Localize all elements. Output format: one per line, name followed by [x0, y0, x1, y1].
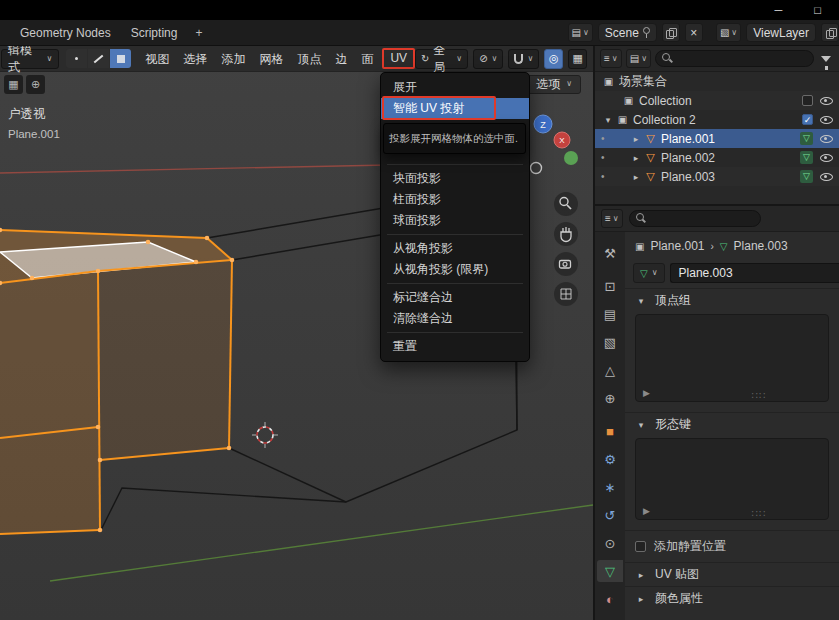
- menu-item-clear-seam[interactable]: 清除缝合边: [381, 308, 529, 329]
- outliner-row-plane-001[interactable]: • ▸ ▽ Plane.001 ▽: [595, 129, 839, 148]
- add-workspace-button[interactable]: +: [187, 24, 210, 42]
- proportional-edit-button[interactable]: ◎: [544, 49, 563, 69]
- edge-select-button[interactable]: [88, 49, 109, 68]
- filter-icon[interactable]: [821, 56, 831, 62]
- disclosure-open-icon[interactable]: ▾: [601, 115, 615, 125]
- tab-tool[interactable]: ⚒: [597, 242, 623, 264]
- editor-type-button[interactable]: ≡ ∨: [600, 49, 622, 68]
- menu-view[interactable]: 视图: [138, 47, 176, 71]
- gizmo-minus-axis[interactable]: [531, 163, 542, 174]
- vertex-select-button[interactable]: [66, 49, 87, 68]
- tab-world[interactable]: ⊕: [597, 387, 623, 409]
- tab-view-layer[interactable]: ▧: [597, 331, 623, 353]
- viewport-3d[interactable]: Z X: [0, 46, 593, 620]
- resize-grip[interactable]: ∷∷: [751, 390, 766, 401]
- outliner-row-plane-002[interactable]: • ▸ ▽ Plane.002 ▽: [595, 148, 839, 167]
- resize-grip[interactable]: ∷∷: [751, 508, 766, 519]
- ortho-toggle-button[interactable]: [554, 282, 578, 306]
- viewlayer-browse-button[interactable]: ▧ ∨: [716, 23, 741, 42]
- visibility-eye-icon[interactable]: [820, 133, 833, 145]
- face-select-button[interactable]: [110, 49, 131, 68]
- workspace-tab-geometry-nodes[interactable]: Geometry Nodes: [10, 22, 121, 44]
- cursor-tool-button[interactable]: ⊕: [26, 75, 45, 94]
- visibility-eye-icon[interactable]: [820, 95, 833, 107]
- menu-item-project-from-view[interactable]: 从视角投影: [381, 238, 529, 259]
- mesh-data-icon[interactable]: ▽: [800, 170, 813, 183]
- overlays-button[interactable]: ▦: [568, 49, 587, 69]
- search-input[interactable]: [677, 53, 807, 65]
- visibility-eye-icon[interactable]: [820, 152, 833, 164]
- shape-keys-panel-header[interactable]: ▾ 形态键: [625, 412, 839, 436]
- scene-copy-button[interactable]: [662, 23, 680, 42]
- menu-add[interactable]: 添加: [214, 47, 252, 71]
- minimize-icon[interactable]: ─: [775, 4, 783, 16]
- camera-view-button[interactable]: [554, 252, 578, 276]
- uv-maps-panel-header[interactable]: ▸ UV 贴图: [625, 562, 839, 586]
- options-button[interactable]: 选项 ∨: [527, 75, 581, 94]
- disclosure-closed-icon[interactable]: ▸: [629, 153, 643, 163]
- menu-item-cylinder-projection[interactable]: 柱面投影: [381, 189, 529, 210]
- axis-gizmo[interactable]: Z X: [531, 115, 579, 174]
- menu-item-unwrap[interactable]: 展开: [381, 77, 529, 98]
- tab-constraints[interactable]: ⊙: [597, 532, 623, 554]
- data-type-button[interactable]: ▽ ∨: [633, 263, 665, 283]
- menu-item-mark-seam[interactable]: 标记缝合边: [381, 287, 529, 308]
- color-attributes-panel-header[interactable]: ▸ 颜色属性: [625, 586, 839, 610]
- disclosure-closed-icon[interactable]: ▸: [629, 172, 643, 182]
- gizmo-y-axis[interactable]: [564, 151, 578, 165]
- menu-item-reset[interactable]: 重置: [381, 336, 529, 357]
- vertex-groups-panel-header[interactable]: ▾ 顶点组: [625, 288, 839, 312]
- visibility-eye-icon[interactable]: [820, 114, 833, 126]
- tab-modifiers[interactable]: ⚙: [597, 448, 623, 470]
- breadcrumb-object[interactable]: Plane.001: [650, 239, 704, 253]
- outliner-search[interactable]: [655, 50, 814, 67]
- selected-mesh-plane-001[interactable]: [0, 228, 234, 534]
- shape-keys-list[interactable]: ▶ ∷∷: [635, 438, 829, 520]
- menu-select[interactable]: 选择: [176, 47, 214, 71]
- outliner-row-collection[interactable]: ▣ Collection: [595, 91, 839, 110]
- tab-render[interactable]: ⊡: [597, 275, 623, 297]
- viewlayer-copy-button[interactable]: [821, 23, 839, 42]
- tab-object-data[interactable]: ▽: [597, 560, 623, 582]
- menu-face[interactable]: 面: [354, 47, 380, 71]
- maximize-icon[interactable]: □: [814, 4, 821, 16]
- menu-item-sphere-projection[interactable]: 球面投影: [381, 210, 529, 231]
- collection-checkbox[interactable]: [802, 95, 813, 106]
- tab-scene[interactable]: △: [597, 359, 623, 381]
- expand-icon[interactable]: ▶: [643, 388, 650, 398]
- visibility-eye-icon[interactable]: [820, 171, 833, 183]
- snap-selector[interactable]: ∨: [508, 49, 539, 69]
- tab-object[interactable]: ■: [597, 420, 623, 442]
- display-mode-button[interactable]: ▤ ∨: [626, 49, 651, 68]
- viewlayer-selector[interactable]: ViewLayer: [746, 23, 816, 42]
- collection-checkbox[interactable]: ✓: [802, 114, 813, 125]
- vertex-groups-list[interactable]: ▶ ∷∷: [635, 314, 829, 402]
- menu-vertex[interactable]: 顶点: [290, 47, 328, 71]
- menu-edge[interactable]: 边: [328, 47, 354, 71]
- menu-uv-annotated[interactable]: UV: [382, 48, 415, 69]
- outliner-row-collection-2[interactable]: ▾ ▣ Collection 2 ✓: [595, 110, 839, 129]
- zoom-button[interactable]: [554, 192, 578, 216]
- search-input[interactable]: [651, 213, 754, 225]
- editor-type-button[interactable]: ≡ ∨: [601, 209, 623, 228]
- workspace-tab-scripting[interactable]: Scripting: [121, 22, 188, 44]
- rest-position-checkbox[interactable]: [635, 541, 646, 552]
- scene-delete-button[interactable]: ×: [685, 23, 703, 42]
- pin-icon[interactable]: [643, 27, 650, 38]
- mesh-data-icon[interactable]: ▽: [800, 151, 813, 164]
- properties-search[interactable]: [629, 210, 761, 227]
- tab-particles[interactable]: ∗: [597, 476, 623, 498]
- mesh-data-icon[interactable]: ▽: [800, 132, 813, 145]
- tab-material[interactable]: ◐: [597, 588, 623, 610]
- outliner-row-scene-collection[interactable]: ▣ 场景集合: [595, 72, 839, 91]
- scene-selector[interactable]: Scene: [598, 23, 657, 42]
- pan-button[interactable]: [554, 222, 578, 246]
- menu-item-project-from-view-bounds[interactable]: 从视角投影 (限界): [381, 259, 529, 280]
- menu-mesh[interactable]: 网格: [252, 47, 290, 71]
- tab-physics[interactable]: ↺: [597, 504, 623, 526]
- disclosure-closed-icon[interactable]: ▸: [629, 134, 643, 144]
- expand-icon[interactable]: ▶: [643, 506, 650, 516]
- mode-selector[interactable]: 辑模式 ∨: [1, 49, 59, 69]
- box-select-tool-button[interactable]: ▦: [4, 75, 23, 94]
- tab-output[interactable]: ▤: [597, 303, 623, 325]
